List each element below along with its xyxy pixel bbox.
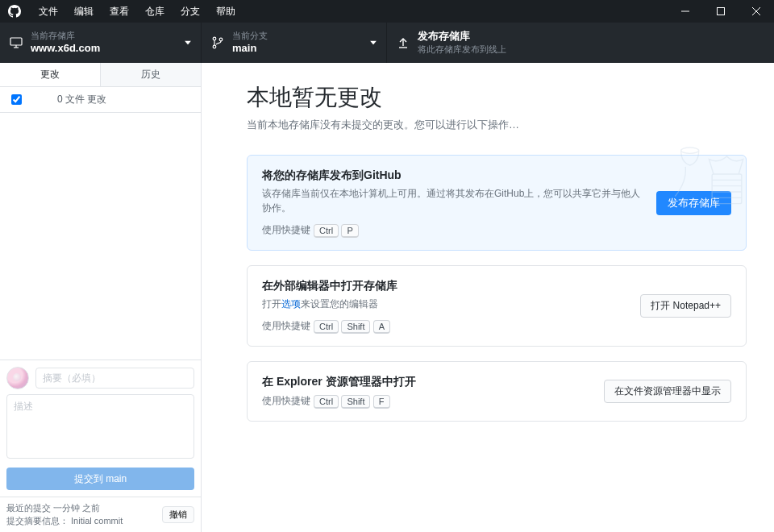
- undo-button[interactable]: 撤销: [162, 506, 194, 523]
- main-content: 本地暂无更改 当前本地存储库没有未提交的更改。您可以进行以下操作… 将您的存储库…: [202, 63, 774, 532]
- kbd-key: Shift: [341, 395, 370, 409]
- svg-point-16: [681, 148, 699, 153]
- chevron-down-icon: [185, 41, 191, 45]
- open-editor-button[interactable]: 打开 Notepad++: [640, 294, 731, 318]
- card-open-explorer: 在 Explorer 资源管理器中打开 使用快捷键 Ctrl Shift F 在…: [247, 361, 747, 422]
- commit-description-input[interactable]: [6, 394, 194, 459]
- show-in-explorer-button[interactable]: 在文件资源管理器中显示: [604, 380, 731, 403]
- window-minimize-button[interactable]: [668, 0, 703, 23]
- card-editor-title: 在外部编辑器中打开存储库: [262, 279, 627, 293]
- last-commit-time: 最近的提交 一分钟 之前: [6, 502, 123, 514]
- svg-point-9: [219, 38, 223, 41]
- select-all-checkbox[interactable]: [11, 94, 22, 105]
- chevron-down-icon: [370, 41, 377, 45]
- monitor-icon: [10, 36, 23, 49]
- file-count-text: 0 文件 更改: [57, 93, 106, 106]
- kbd-key: P: [341, 224, 358, 238]
- file-count-row: 0 文件 更改: [0, 87, 201, 113]
- menu-item[interactable]: 查看: [102, 0, 137, 23]
- commit-form: 提交到 main: [0, 360, 201, 497]
- avatar: [6, 367, 29, 389]
- branch-icon: [211, 36, 224, 49]
- titlebar: 文件编辑查看仓库分支帮助: [0, 0, 774, 23]
- kbd-key: Ctrl: [314, 320, 339, 334]
- card-open-editor: 在外部编辑器中打开存储库 打开选项来设置您的编辑器 使用快捷键 Ctrl Shi…: [247, 265, 747, 347]
- kbd-key: Shift: [341, 320, 370, 334]
- sidebar: 更改 历史 0 文件 更改 提交到 main 最近的提交 一分钟 之前 提交摘要…: [0, 63, 202, 532]
- publish-repo-button[interactable]: 发布存储库 将此存储库发布到线上: [387, 23, 774, 63]
- tab-history[interactable]: 历史: [100, 63, 201, 86]
- upload-icon: [397, 36, 410, 49]
- options-link[interactable]: 选项: [281, 298, 301, 310]
- current-repo-label: 当前存储库: [31, 30, 100, 41]
- current-branch-label: 当前分支: [232, 30, 268, 41]
- last-commit-label: 提交摘要信息：: [6, 516, 69, 526]
- window-maximize-button[interactable]: [703, 0, 739, 23]
- menu-item[interactable]: 文件: [31, 0, 66, 23]
- window-close-button[interactable]: [739, 0, 774, 23]
- toolbar: 当前存储库 www.x6d.com 当前分支 main 发布存储库 将此存储库发…: [0, 23, 774, 63]
- last-commit-message: Initial commit: [71, 516, 123, 526]
- menu-item[interactable]: 帮助: [208, 0, 243, 23]
- current-repo-selector[interactable]: 当前存储库 www.x6d.com: [0, 23, 202, 63]
- current-branch-selector[interactable]: 当前分支 main: [202, 23, 387, 63]
- card-publish-desc: 该存储库当前仅在本地计算机上可用。通过将其发布在GitHub上，您可以共享它并与…: [262, 186, 643, 215]
- commit-summary-input[interactable]: [35, 368, 194, 389]
- publish-title: 发布存储库: [418, 30, 506, 44]
- menu-item[interactable]: 分支: [173, 0, 208, 23]
- svg-point-8: [213, 45, 216, 48]
- empty-state-illustration-icon: [669, 134, 758, 214]
- card-editor-desc: 打开选项来设置您的编辑器: [262, 297, 627, 311]
- page-subtitle: 当前本地存储库没有未提交的更改。您可以进行以下操作…: [247, 118, 747, 132]
- commit-button[interactable]: 提交到 main: [6, 468, 194, 490]
- shortcut-label: 使用快捷键: [262, 223, 310, 237]
- github-logo-icon: [8, 5, 21, 18]
- kbd-key: Ctrl: [314, 224, 339, 238]
- current-repo-value: www.x6d.com: [31, 42, 100, 56]
- publish-subtitle: 将此存储库发布到线上: [418, 44, 506, 55]
- menu-item[interactable]: 编辑: [66, 0, 102, 23]
- kbd-key: A: [373, 320, 390, 334]
- menu-item[interactable]: 仓库: [137, 0, 173, 23]
- kbd-key: Ctrl: [314, 395, 339, 409]
- card-explorer-title: 在 Explorer 资源管理器中打开: [262, 375, 591, 389]
- tab-changes[interactable]: 更改: [0, 63, 100, 86]
- shortcut-label: 使用快捷键: [262, 319, 310, 333]
- card-publish-title: 将您的存储库发布到GitHub: [262, 168, 643, 183]
- page-title: 本地暂无更改: [247, 82, 747, 113]
- current-branch-value: main: [232, 42, 268, 56]
- svg-rect-4: [10, 38, 22, 45]
- shortcut-label: 使用快捷键: [262, 394, 310, 408]
- svg-rect-1: [718, 8, 725, 15]
- svg-rect-11: [712, 174, 742, 204]
- kbd-key: F: [373, 395, 390, 409]
- svg-point-7: [213, 37, 216, 40]
- last-commit-bar: 最近的提交 一分钟 之前 提交摘要信息： Initial commit 撤销: [0, 497, 201, 532]
